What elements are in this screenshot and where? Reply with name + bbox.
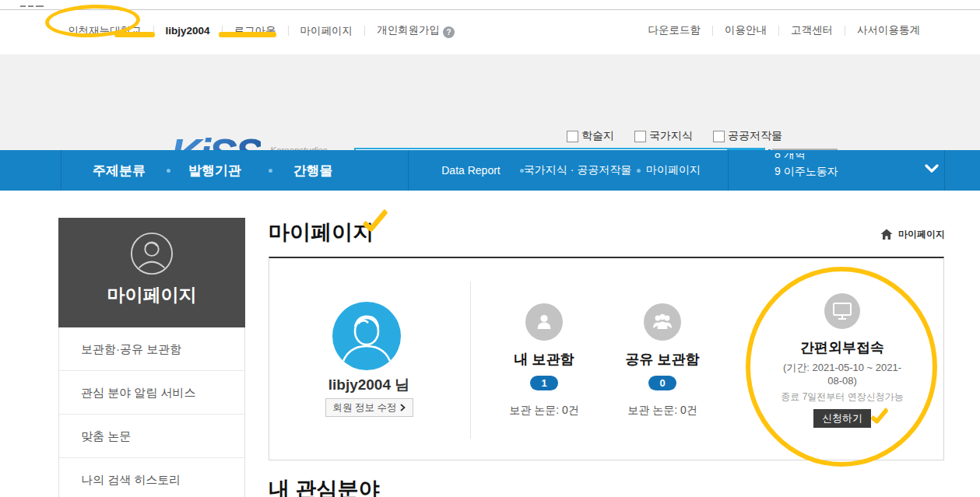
topbar-support[interactable]: 고객센터 [779,23,845,37]
kiss-mypage: 인천재능대학교 libjy2004 로그아웃 마이페이지 개인회원가입? 다운로… [0,0,980,497]
ticker-item[interactable]: 8 개혁 [775,153,911,163]
divider [61,150,61,191]
dot-icon [167,169,170,173]
my-archive-badge[interactable]: 1 [530,376,558,390]
checkbox-national-knowledge[interactable]: 국가지식 [634,129,693,143]
sidebar-title: 마이페이지 [58,283,245,307]
checkbox-label: 국가지식 [649,129,693,143]
sidebar-menu: 보관함·공유 보관함 관심 분야 알림 서비스 맞춤 논문 나의 검색 히스토리 [58,327,245,497]
topbar-right-group: 다운로드함 이용안내 고객센터 사서이용통계 [637,23,933,37]
my-archive-count: 보관 논문: 0건 [490,404,599,418]
primary-nav: 주제분류 발행기관 간행물 Data Report 국가지식 · 공공저작물 마… [0,150,980,191]
profile-username: libjy2004 님 [291,375,447,395]
chevron-right-icon [400,404,406,411]
external-access-period: (기간: 2021-05-10 ~ 2021-08-08) [776,361,908,387]
topbar-mypage[interactable]: 마이페이지 [289,24,365,38]
topbar-signup-label: 개인회원가입 [377,24,440,36]
popular-keyword-ticker[interactable]: 8 개혁 9 이주노동자 [775,153,911,189]
sidebar-item-search-history[interactable]: 나의 검색 히스토리 [59,458,244,497]
topbar-signup[interactable]: 개인회원가입? [365,23,466,38]
sidebar-header: 마이페이지 [58,218,245,327]
apply-button[interactable]: 신청하기 [813,409,871,428]
checkbox-icon[interactable] [634,131,646,142]
nav-national-knowledge[interactable]: 국가지식 · 공공저작물 [523,150,632,191]
divider [408,150,409,191]
edit-profile-button[interactable]: 회원 정보 수정 [325,398,413,417]
shared-archive-box: 공유 보관함 0 보관 논문: 0건 [608,303,717,418]
ticker-item[interactable]: 9 이주노동자 [775,163,911,180]
user-avatar-outline-icon [129,231,174,276]
topbar-institution[interactable]: 인천재능대학교 [56,24,153,38]
external-access-note: 종료 7일전부터 연장신청가능 [776,390,908,404]
checkbox-icon[interactable] [713,131,725,142]
breadcrumb: 마이페이지 [880,228,945,241]
checkbox-public-works[interactable]: 공공저작물 [713,129,782,143]
chevron-down-icon[interactable] [925,164,939,173]
nav-publication[interactable]: 간행물 [272,150,353,191]
mypage-sidebar: 마이페이지 보관함·공유 보관함 관심 분야 알림 서비스 맞춤 논문 나의 검… [58,218,245,497]
sidebar-item-interest-alerts[interactable]: 관심 분야 알림 서비스 [59,371,244,415]
home-icon[interactable] [880,229,893,240]
checkbox-journal[interactable]: 학술지 [567,129,614,143]
page-title: 마이페이지 [269,219,374,247]
my-archive-box: 내 보관함 1 보관 논문: 0건 [490,303,599,418]
monitor-icon [824,293,860,329]
topbar-left-group: 인천재능대학교 libjy2004 로그아웃 마이페이지 개인회원가입? [56,23,466,38]
shared-archive-title[interactable]: 공유 보관함 [608,350,717,369]
my-archive-title[interactable]: 내 보관함 [490,350,599,369]
topbar-logout[interactable]: 로그아웃 [223,24,288,38]
section-heading-interests: 내 관심분야 [269,475,380,497]
nav-mypage[interactable]: 마이페이지 [642,150,704,191]
clipped-text-artifact [20,2,47,9]
search-scope-checkboxes: 학술지 국가지식 공공저작물 [567,129,782,143]
checkbox-label: 학술지 [581,129,614,143]
search-header-band: KiSS Koreanstudies Information Service S… [0,54,980,150]
user-avatar-icon [332,302,401,370]
sidebar-item-custom-papers[interactable]: 맞춤 논문 [59,415,244,458]
edit-profile-label: 회원 정보 수정 [333,401,397,415]
breadcrumb-current: 마이페이지 [898,228,945,241]
dot-icon [637,169,641,173]
topbar-downloads[interactable]: 다운로드함 [637,23,713,37]
account-summary-card: libjy2004 님 회원 정보 수정 내 보관함 1 보관 논문: 0건 [269,257,944,460]
nav-publisher[interactable]: 발행기관 [174,150,256,191]
divider [470,282,471,439]
person-icon [525,303,563,341]
nav-data-report[interactable]: Data Report [424,150,518,191]
external-access-title[interactable]: 간편외부접속 [776,338,908,357]
topbar-guide[interactable]: 이용안내 [713,23,778,37]
topbar-user-id[interactable]: libjy2004 [154,25,222,37]
top-utility-bar: 인천재능대학교 libjy2004 로그아웃 마이페이지 개인회원가입? 다운로… [0,9,980,54]
shared-archive-count: 보관 논문: 0건 [608,404,717,418]
checkbox-icon[interactable] [567,131,578,142]
topbar-librarian-stats[interactable]: 사서이용통계 [845,23,932,37]
nav-subject-category[interactable]: 주제분류 [78,150,160,191]
shared-archive-badge[interactable]: 0 [648,376,676,390]
external-access-box: 간편외부접속 (기간: 2021-05-10 ~ 2021-08-08) 종료 … [776,293,908,428]
group-icon [644,303,681,341]
divider [728,150,729,191]
sidebar-item-archives[interactable]: 보관함·공유 보관함 [59,327,244,371]
help-icon[interactable]: ? [443,26,455,38]
checkbox-label: 공공저작물 [728,129,782,143]
divider [944,150,945,191]
